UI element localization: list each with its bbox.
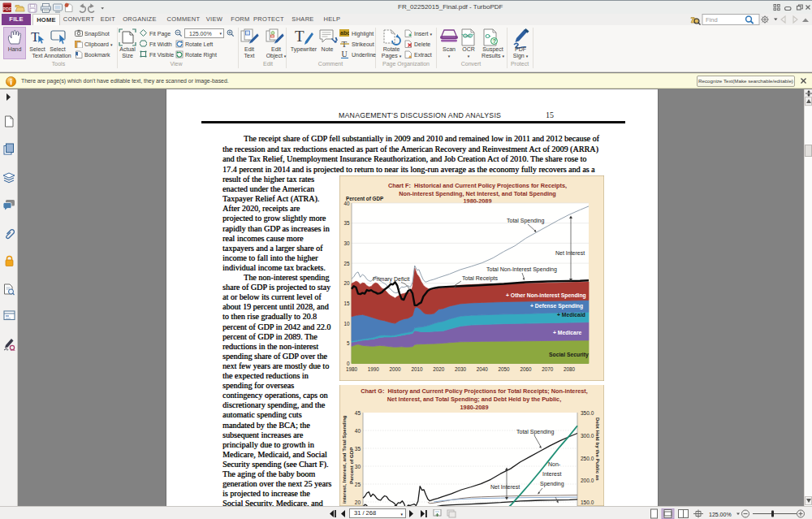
svg-text:350.0: 350.0 xyxy=(581,410,594,416)
svg-text:Total Spending: Total Spending xyxy=(507,218,544,224)
svg-text:0: 0 xyxy=(347,361,350,366)
svg-text:Percent of GDP: Percent of GDP xyxy=(346,196,383,201)
svg-text:Total Spending: Total Spending xyxy=(516,429,554,435)
svg-text:150.0: 150.0 xyxy=(581,500,594,505)
svg-text:+ Medicaid: + Medicaid xyxy=(557,312,585,318)
svg-text:20: 20 xyxy=(343,280,350,286)
svg-text:Total Non-Interest Spending: Total Non-Interest Spending xyxy=(486,266,557,273)
svg-text:5: 5 xyxy=(347,340,350,346)
svg-text:125.00%: 125.00% xyxy=(709,512,732,517)
svg-text:Non-: Non- xyxy=(548,461,561,467)
svg-text:2070: 2070 xyxy=(542,366,554,372)
svg-text:2030: 2030 xyxy=(455,366,467,372)
svg-text:40: 40 xyxy=(355,428,361,434)
svg-text:2060: 2060 xyxy=(520,366,532,372)
svg-text:Chart G: History and Current: Chart G: History and Current Policy Proj… xyxy=(361,387,588,395)
svg-text:+ Defense Spending: + Defense Spending xyxy=(530,303,583,309)
svg-text:abc: abc xyxy=(340,30,349,36)
svg-text:300.0: 300.0 xyxy=(581,433,594,439)
svg-text:1980: 1980 xyxy=(346,366,358,372)
svg-text:Primary Deficit: Primary Deficit xyxy=(373,276,410,283)
svg-text:30: 30 xyxy=(343,240,350,246)
svg-text:35: 35 xyxy=(355,446,361,452)
svg-text:?: ? xyxy=(493,38,496,44)
svg-text:2000: 2000 xyxy=(390,366,402,372)
svg-text:250.0: 250.0 xyxy=(581,456,594,461)
svg-text:Find: Find xyxy=(706,16,718,24)
svg-text:20: 20 xyxy=(355,500,361,505)
svg-text:T: T xyxy=(295,28,304,45)
svg-text:Spending: Spending xyxy=(540,481,564,487)
svg-text:2010: 2010 xyxy=(411,366,423,372)
svg-text:U: U xyxy=(342,50,348,58)
svg-text:Net Interest, and Total Spendi: Net Interest, and Total Spending; and De… xyxy=(387,396,561,403)
svg-text:Non-interest Spending, Net Int: Non-interest Spending, Net Interest, and… xyxy=(399,190,556,197)
svg-text:2020: 2020 xyxy=(433,366,445,372)
svg-text:1980-2089: 1980-2089 xyxy=(460,404,489,411)
svg-text:+ Other Non-interest Spending: + Other Non-interest Spending xyxy=(506,292,586,299)
svg-text:2040: 2040 xyxy=(477,366,489,372)
svg-text:25: 25 xyxy=(355,482,361,487)
svg-text:35: 35 xyxy=(343,220,350,226)
svg-text:25: 25 xyxy=(343,261,350,266)
svg-text:Interest: Interest xyxy=(542,471,561,477)
svg-text:interest, Interest, and Total: interest, Interest, and Total Spending xyxy=(341,415,347,504)
svg-text:1990: 1990 xyxy=(368,366,380,372)
svg-text:Social Security: Social Security xyxy=(549,352,589,358)
svg-text:30: 30 xyxy=(355,464,361,469)
svg-text:PDF: PDF xyxy=(2,6,12,11)
svg-text:15: 15 xyxy=(343,301,350,306)
svg-text:2080: 2080 xyxy=(564,366,576,372)
svg-text:Debt Held by the Public as: Debt Held by the Public as xyxy=(595,417,601,481)
svg-text:200.0: 200.0 xyxy=(581,478,594,483)
svg-text:+ Medicare: + Medicare xyxy=(553,330,582,335)
svg-text:45: 45 xyxy=(355,410,361,416)
svg-text:Chart F: Historical and Curre: Chart F: Historical and Current Policy P… xyxy=(388,182,567,189)
svg-text:Total Receipts: Total Receipts xyxy=(462,275,498,282)
svg-text:OCR: OCR xyxy=(464,34,471,38)
svg-text:Net Interest: Net Interest xyxy=(555,250,585,256)
svg-text:Net Interest: Net Interest xyxy=(490,484,520,490)
svg-text:40: 40 xyxy=(343,201,350,206)
svg-text:2050: 2050 xyxy=(499,366,511,372)
svg-text:10: 10 xyxy=(343,321,350,327)
svg-text:Percent of GDP: Percent of GDP xyxy=(348,448,354,484)
